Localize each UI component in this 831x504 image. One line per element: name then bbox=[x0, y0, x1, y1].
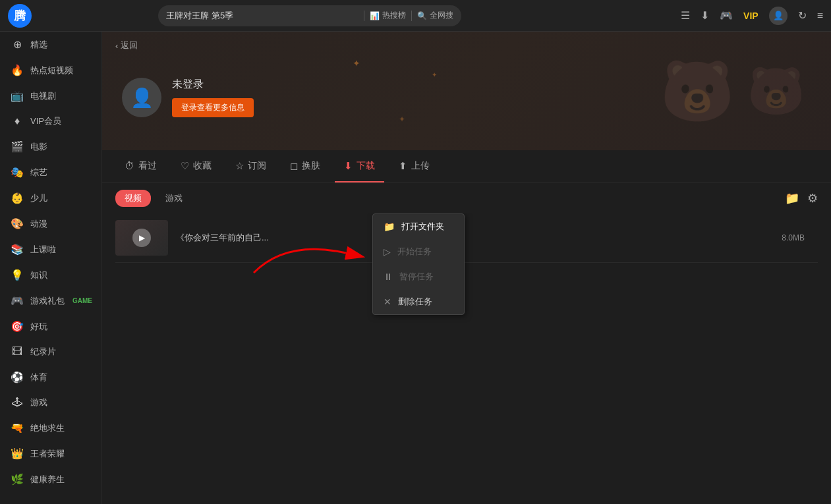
menu-icon[interactable]: ≡ bbox=[817, 10, 823, 22]
video-title: 《你会对三年前的自己... bbox=[176, 232, 782, 244]
play-button[interactable]: ▶ bbox=[132, 229, 151, 247]
sidebar-item-class[interactable]: 📚 上课啦 bbox=[0, 237, 101, 262]
sidebar-item-pubg[interactable]: 🔫 绝地求生 bbox=[0, 415, 101, 441]
sidebar-item-label: 综艺 bbox=[30, 167, 47, 179]
sidebar-item-label: 健康养生 bbox=[30, 474, 65, 486]
main-layout: ⊕ 精选 🔥 热点短视频 📺 电视剧 ♦ VIP会员 🎬 电影 🎭 综艺 👶 少… bbox=[0, 32, 831, 504]
skin-icon: ◻ bbox=[290, 160, 298, 172]
sidebar-item-variety[interactable]: 🎭 综艺 bbox=[0, 159, 101, 185]
search-divider2 bbox=[411, 11, 412, 21]
settings-icon[interactable]: ⚙ bbox=[807, 191, 818, 206]
favorites-icon: ♡ bbox=[181, 160, 189, 172]
vip-label[interactable]: VIP bbox=[743, 11, 759, 21]
search-bar[interactable]: 王牌对王牌 第5季 📊 热搜榜 🔍 全网搜 bbox=[158, 5, 461, 26]
profile-area: ‹ 返回 🐻 🐻 ✦ ✦ ✦ 👤 未登录 登录查看更多信息 bbox=[102, 32, 831, 150]
kids-icon: 👶 bbox=[11, 192, 24, 204]
search-divider bbox=[364, 11, 364, 21]
knowledge-icon: 💡 bbox=[11, 269, 24, 281]
sidebar-item-tv[interactable]: 📺 电视剧 bbox=[0, 83, 101, 109]
pubg-icon: 🔫 bbox=[11, 422, 24, 434]
class-icon: 📚 bbox=[11, 243, 24, 256]
sidebar-item-label: 少儿 bbox=[30, 192, 47, 204]
tv-icon: 📺 bbox=[11, 90, 24, 102]
sidebar-item-doc[interactable]: 🎞 纪录片 bbox=[0, 339, 101, 364]
context-start-task[interactable]: ▷ 开始任务 bbox=[373, 239, 464, 264]
star-1: ✦ bbox=[353, 58, 360, 69]
context-open-folder[interactable]: 📁 打开文件夹 bbox=[373, 214, 464, 239]
refresh-icon[interactable]: ↻ bbox=[798, 9, 807, 22]
honor-icon: 👑 bbox=[11, 447, 24, 460]
doc-icon: 🎞 bbox=[11, 346, 24, 358]
sidebar-item-fun[interactable]: 🎯 好玩 bbox=[0, 314, 101, 339]
download-tab-icon: ⬇ bbox=[344, 160, 353, 172]
sidebar-item-anime[interactable]: 🎨 动漫 bbox=[0, 211, 101, 237]
subscribe-icon: ☆ bbox=[235, 160, 244, 172]
video-item: ▶ 《你会对三年前的自己... 8.0MB bbox=[115, 213, 818, 263]
back-button[interactable]: ‹ 返回 bbox=[115, 40, 138, 51]
user-avatar-large: 👤 bbox=[122, 78, 161, 117]
star-3: ✦ bbox=[399, 115, 405, 124]
filter-video-btn[interactable]: 视频 bbox=[115, 190, 151, 207]
sidebar-item-label: 王者荣耀 bbox=[30, 448, 65, 460]
profile-bg-decoration: 🐻 🐻 bbox=[393, 32, 831, 150]
tab-watched[interactable]: ⏱ 看过 bbox=[115, 150, 166, 182]
context-pause-task[interactable]: ⏸ 暂停任务 bbox=[373, 264, 464, 289]
filter-row: 视频 游戏 📁 ⚙ bbox=[102, 183, 831, 213]
sidebar-item-honor[interactable]: 👑 王者荣耀 bbox=[0, 441, 101, 466]
sidebar-item-label: 游戏 bbox=[30, 397, 47, 408]
profile-name: 未登录 bbox=[172, 78, 254, 92]
filter-game-btn[interactable]: 游戏 bbox=[156, 190, 192, 207]
sidebar-item-health[interactable]: 🌿 健康养生 bbox=[0, 466, 101, 492]
tab-upload[interactable]: ⬆ 上传 bbox=[389, 150, 439, 182]
sidebar-item-vip[interactable]: ♦ VIP会员 bbox=[0, 109, 101, 134]
game-icon[interactable]: 🎮 bbox=[720, 9, 733, 22]
sidebar-item-kids[interactable]: 👶 少儿 bbox=[0, 185, 101, 211]
topbar: 腾 王牌对王牌 第5季 📊 热搜榜 🔍 全网搜 ☰ ⬇ 🎮 VIP 👤 ↻ ≡ bbox=[0, 0, 831, 32]
download-icon[interactable]: ⬇ bbox=[701, 9, 709, 22]
start-cm-icon: ▷ bbox=[384, 246, 391, 257]
sidebar-item-hot[interactable]: 🔥 热点短视频 bbox=[0, 57, 101, 83]
video-thumbnail[interactable]: ▶ bbox=[115, 220, 168, 256]
playlist-icon[interactable]: ☰ bbox=[681, 9, 690, 22]
sidebar-item-label: 体育 bbox=[30, 372, 47, 383]
sidebar-item-label: 游戏礼包 bbox=[30, 295, 65, 307]
sidebar-item-game[interactable]: 🕹 游戏 bbox=[0, 390, 101, 415]
all-search-btn[interactable]: 🔍 全网搜 bbox=[417, 10, 453, 21]
logo-icon: 腾 bbox=[8, 4, 32, 28]
sidebar-item-game-gift[interactable]: 🎮 游戏礼包 GAME bbox=[0, 288, 101, 314]
tabs-row: ⏱ 看过 ♡ 收藏 ☆ 订阅 ◻ 换肤 ⬇ 下载 ⬆ 上传 bbox=[102, 150, 831, 183]
sidebar-item-sports[interactable]: ⚽ 体育 bbox=[0, 364, 101, 390]
svg-text:腾: 腾 bbox=[13, 9, 26, 22]
tab-skin[interactable]: ◻ 换肤 bbox=[281, 150, 330, 182]
sidebar-item-movie[interactable]: 🎬 电影 bbox=[0, 134, 101, 159]
sidebar: ⊕ 精选 🔥 热点短视频 📺 电视剧 ♦ VIP会员 🎬 电影 🎭 综艺 👶 少… bbox=[0, 32, 102, 504]
context-delete-task[interactable]: ✕ 删除任务 bbox=[373, 289, 464, 314]
star-2: ✦ bbox=[432, 71, 437, 78]
logo[interactable]: 腾 bbox=[8, 4, 36, 28]
game-gift-icon: 🎮 bbox=[11, 294, 24, 307]
sidebar-item-label: 纪录片 bbox=[30, 346, 56, 358]
health-icon: 🌿 bbox=[11, 473, 24, 486]
folder-icon[interactable]: 📁 bbox=[785, 191, 799, 206]
fun-icon: 🎯 bbox=[11, 320, 24, 333]
game2-icon: 🕹 bbox=[11, 397, 24, 408]
tab-subscribe[interactable]: ☆ 订阅 bbox=[226, 150, 275, 182]
sidebar-item-knowledge[interactable]: 💡 知识 bbox=[0, 262, 101, 288]
sidebar-item-jingxuan[interactable]: ⊕ 精选 bbox=[0, 32, 101, 57]
user-avatar[interactable]: 👤 bbox=[769, 7, 788, 25]
delete-cm-icon: ✕ bbox=[384, 296, 391, 307]
sidebar-item-label: 绝地求生 bbox=[30, 422, 65, 434]
sidebar-item-label: 精选 bbox=[30, 39, 47, 51]
tab-download[interactable]: ⬇ 下载 bbox=[335, 150, 384, 182]
game-badge: GAME bbox=[72, 297, 92, 304]
tab-favorites[interactable]: ♡ 收藏 bbox=[171, 150, 221, 182]
hot-search-btn[interactable]: 📊 热搜榜 bbox=[370, 10, 406, 21]
movie-icon: 🎬 bbox=[11, 140, 24, 153]
login-button[interactable]: 登录查看更多信息 bbox=[172, 98, 254, 117]
video-list: ▶ 《你会对三年前的自己... 8.0MB bbox=[102, 213, 831, 504]
profile-info: 未登录 登录查看更多信息 bbox=[172, 78, 254, 117]
sidebar-item-label: 热点短视频 bbox=[30, 65, 73, 76]
sidebar-item-label: 上课啦 bbox=[30, 244, 56, 256]
pause-cm-icon: ⏸ bbox=[384, 271, 393, 282]
top-right: ☰ ⬇ 🎮 VIP 👤 ↻ ≡ bbox=[681, 7, 823, 25]
